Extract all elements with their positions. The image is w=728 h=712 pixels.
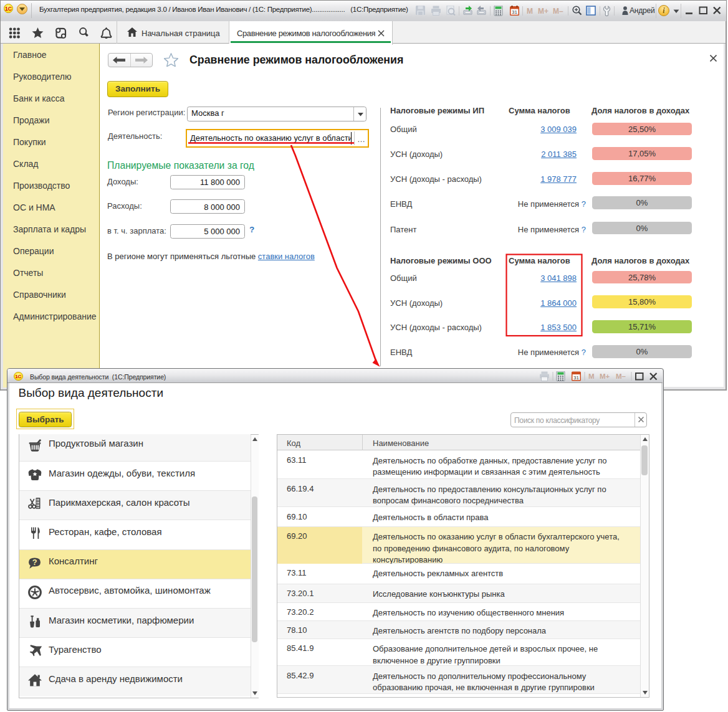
svg-text:?: ? [32,558,37,567]
svg-text:31: 31 [512,9,517,15]
svg-text:31: 31 [573,375,579,381]
svg-text:M+: M+ [600,373,610,380]
svg-text:M: M [588,373,595,380]
svg-text:M–: M– [553,7,563,16]
svg-text:M+: M+ [538,7,548,16]
svg-text:M: M [527,7,533,16]
svg-text:M–: M– [616,373,626,380]
